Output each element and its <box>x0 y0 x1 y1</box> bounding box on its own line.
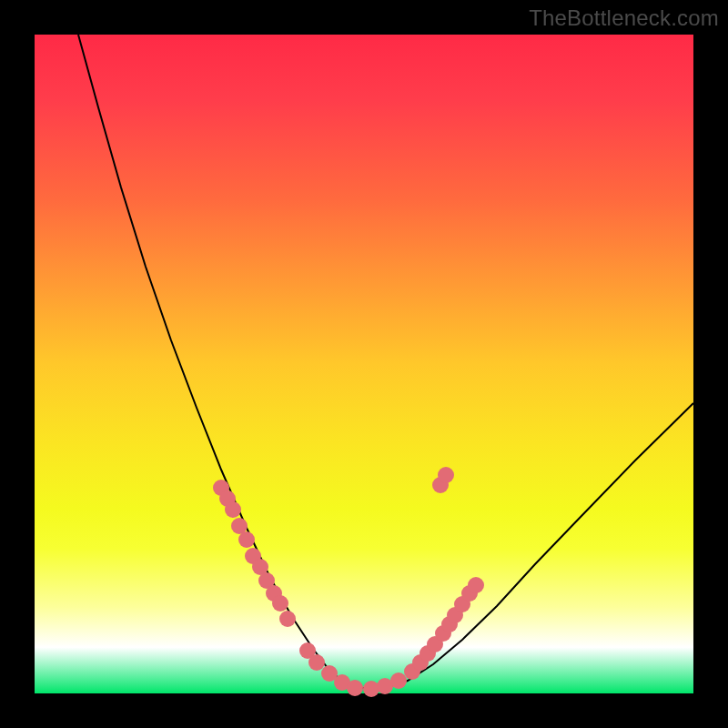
data-point-bottom <box>363 681 379 697</box>
data-point-bottom <box>347 680 363 696</box>
chart-frame: TheBottleneck.com <box>0 0 728 728</box>
data-point-right-cluster <box>468 577 484 593</box>
watermark-text: TheBottleneck.com <box>529 5 719 31</box>
chart-overlay <box>35 35 693 693</box>
data-point-bottom <box>390 672 407 689</box>
bottleneck-curve <box>78 35 693 688</box>
data-points <box>213 467 484 697</box>
data-point-right-tick <box>438 467 454 483</box>
data-point-left-cluster <box>279 611 296 627</box>
data-point-left-cluster <box>272 595 288 612</box>
data-point-bottom <box>308 654 325 671</box>
plot-area <box>35 35 693 693</box>
data-point-left-cluster <box>238 531 255 548</box>
data-point-left-cluster <box>225 501 241 518</box>
